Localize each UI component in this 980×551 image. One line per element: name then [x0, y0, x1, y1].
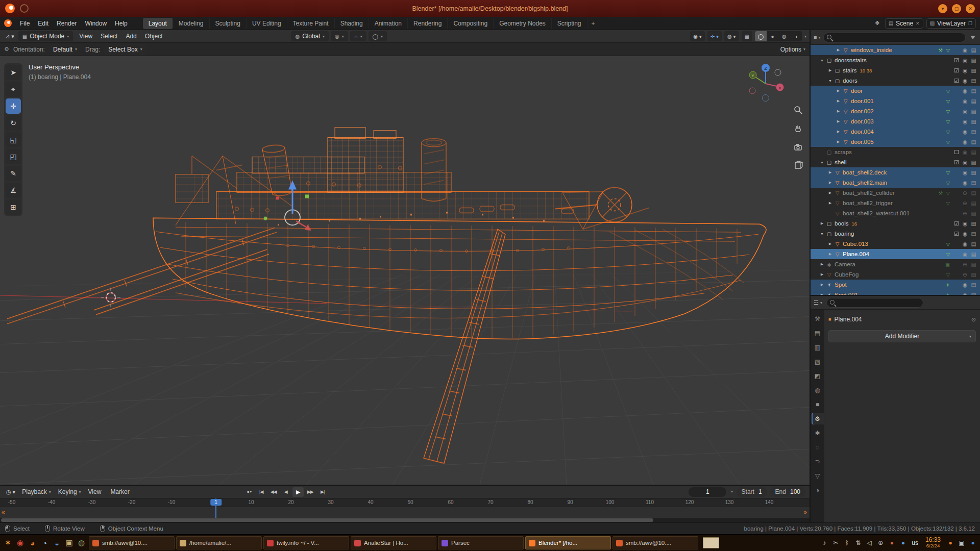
- zoom-icon[interactable]: [793, 105, 803, 115]
- chromium-icon[interactable]: ◔: [39, 537, 51, 549]
- expand-arrow-icon[interactable]: ▶: [827, 242, 834, 246]
- taskbar-window-button[interactable]: /home/amalie/...: [176, 536, 262, 549]
- outliner-row[interactable]: ▶ ▽ Plane.004 ▽ ◉ ▤: [811, 249, 980, 259]
- timeline-scrollbar-handle[interactable]: [1, 518, 653, 522]
- viewport-3d[interactable]: User Perspective (1) boaring | Plane.004…: [0, 56, 810, 485]
- ortho-toggle-icon[interactable]: [793, 160, 803, 170]
- workspace-tab[interactable]: Rendering: [408, 18, 448, 29]
- particles-tab[interactable]: ✱: [812, 427, 824, 439]
- hide-eye-icon[interactable]: ⊖: [961, 271, 969, 278]
- taskbar-window-button[interactable]: AnalieStar | Ho...: [351, 536, 436, 549]
- properties-editor-type-button[interactable]: ☲▾: [814, 299, 822, 306]
- scene-tab[interactable]: ◩: [812, 370, 824, 382]
- maximize-button[interactable]: ▢: [952, 4, 961, 13]
- expand-arrow-icon[interactable]: ▼: [819, 59, 825, 62]
- expand-arrow-icon[interactable]: ▶: [835, 89, 842, 93]
- hide-eye-icon[interactable]: ◉: [961, 78, 969, 84]
- shading-material-button[interactable]: ◍: [778, 31, 790, 41]
- outliner-row[interactable]: ▽ boat_shell2_watercut.001 ⊖ ▤: [811, 208, 980, 218]
- outliner-row[interactable]: ▶ ▽ door.002 ▽ ◉ ▤: [811, 106, 980, 116]
- selectability-filter[interactable]: ◉ ▾: [690, 31, 705, 41]
- orientation-default-dropdown[interactable]: Default▾: [49, 44, 81, 55]
- workspace-tab[interactable]: Scripting: [552, 18, 587, 29]
- firefox-icon[interactable]: ◕: [27, 537, 38, 549]
- xray-toggle[interactable]: ▦: [742, 31, 752, 41]
- material-tab[interactable]: ◑: [812, 484, 824, 496]
- disable-render-icon[interactable]: ▤: [969, 57, 978, 63]
- add-modifier-button[interactable]: Add Modifier ▾: [828, 330, 976, 342]
- viewport-menu-item[interactable]: Select: [96, 31, 121, 41]
- gizmos-toggle[interactable]: ✛ ▾: [707, 31, 722, 41]
- taskbar-window-button[interactable]: Parsec: [438, 536, 524, 549]
- disable-render-icon[interactable]: ▤: [969, 251, 978, 257]
- measure-tool[interactable]: ∡: [6, 183, 21, 198]
- outliner-search[interactable]: [823, 33, 966, 42]
- tool-tab[interactable]: ⚒: [812, 313, 824, 324]
- next-keyframe-button[interactable]: ▶▶: [305, 487, 316, 497]
- expand-arrow-icon[interactable]: ▶: [827, 191, 834, 195]
- hide-eye-icon[interactable]: ⊖: [961, 200, 969, 206]
- outliner-row[interactable]: ▶ ▽ Cube.013 ▽ ◉ ▤: [811, 239, 980, 249]
- expand-arrow-icon[interactable]: ▼: [819, 232, 825, 236]
- exclude-checkbox[interactable]: ☑: [952, 78, 961, 84]
- hide-eye-icon[interactable]: ◉: [961, 220, 969, 227]
- exclude-checkbox[interactable]: ☐: [952, 149, 961, 156]
- outliner-row[interactable]: ▶ ▽ boat_shell2_trigger ▽ ⊖ ▤: [811, 198, 980, 208]
- expand-arrow-icon[interactable]: ▶: [835, 109, 842, 113]
- disable-render-icon[interactable]: ▤: [969, 220, 978, 227]
- move-tool[interactable]: ✛: [6, 98, 21, 114]
- expand-arrow-icon[interactable]: ▶: [827, 170, 834, 174]
- disable-render-icon[interactable]: ▤: [969, 159, 978, 165]
- camera-view-icon[interactable]: [793, 142, 803, 152]
- options-dropdown[interactable]: Options▾: [780, 46, 805, 53]
- navigation-gizmo[interactable]: Z Y X: [744, 61, 787, 104]
- copy-viewlayer-icon[interactable]: ❐: [968, 21, 972, 26]
- disable-render-icon[interactable]: ▤: [969, 118, 978, 124]
- music-player-icon[interactable]: ♪: [819, 539, 829, 546]
- pivot-point-dropdown[interactable]: ◎ ▾: [331, 31, 348, 41]
- disable-render-icon[interactable]: ▤: [969, 180, 978, 186]
- overlays-toggle[interactable]: ◍ ▾: [724, 31, 739, 41]
- taskbar-window-button[interactable]: Blender* [/ho...: [525, 536, 611, 549]
- hide-eye-icon[interactable]: ◉: [961, 98, 969, 104]
- hide-eye-icon[interactable]: ◉: [961, 47, 969, 53]
- output-tab[interactable]: ▥: [812, 341, 824, 353]
- disable-render-icon[interactable]: ▤: [969, 98, 978, 104]
- preview-range-icon[interactable]: ◔: [729, 488, 733, 495]
- cursor-tool[interactable]: ⌖: [6, 82, 21, 97]
- expand-arrow-icon[interactable]: ▶: [835, 130, 842, 134]
- disable-render-icon[interactable]: ▤: [969, 139, 978, 145]
- messenger-status-icon[interactable]: ●: [898, 539, 908, 546]
- hide-eye-icon[interactable]: ◉: [961, 251, 969, 257]
- select-box-tool[interactable]: ➤: [6, 65, 21, 80]
- disable-render-icon[interactable]: ▤: [969, 190, 978, 196]
- disable-render-icon[interactable]: ▤: [969, 78, 978, 84]
- volume-icon[interactable]: ◁: [864, 539, 874, 546]
- hide-eye-icon[interactable]: ⊖: [961, 190, 969, 196]
- expand-arrow-icon[interactable]: ▼: [819, 161, 825, 164]
- constraints-tab[interactable]: ⊃: [812, 456, 824, 467]
- close-button[interactable]: ✕: [966, 4, 975, 13]
- physics-tab[interactable]: ◌: [812, 441, 824, 453]
- hide-eye-icon[interactable]: ◉: [961, 139, 969, 145]
- menu-item[interactable]: Render: [53, 18, 81, 29]
- hide-eye-icon[interactable]: ◉: [961, 57, 969, 63]
- outliner-row[interactable]: ▶ ▽ windows_inside ⚒ ▽ ◉ ▤: [811, 45, 980, 55]
- expand-arrow-icon[interactable]: ▶: [827, 201, 834, 205]
- disable-render-icon[interactable]: ▤: [969, 108, 978, 114]
- play-button[interactable]: ▶: [292, 487, 304, 497]
- disable-render-icon[interactable]: ▤: [969, 149, 978, 155]
- disable-render-icon[interactable]: ▤: [969, 261, 978, 267]
- hide-eye-icon[interactable]: ⊖: [961, 261, 969, 267]
- exclude-checkbox[interactable]: ☑: [952, 57, 961, 64]
- outliner-row[interactable]: ▶ ▽ door.003 ▽ ◉ ▤: [811, 116, 980, 127]
- outliner-row[interactable]: ▶ ▽ door ▽ ◉ ▤: [811, 86, 980, 96]
- timeline-menu-item[interactable]: View: [85, 487, 107, 497]
- expand-arrow-icon[interactable]: ▶: [835, 48, 842, 52]
- window-menu-button[interactable]: [20, 4, 29, 13]
- shading-rendered-button[interactable]: ◑: [790, 31, 802, 41]
- viewlayer-selector[interactable]: ▧ ViewLayer ❐: [926, 18, 976, 29]
- drag-action-dropdown[interactable]: Select Box▾: [104, 44, 146, 55]
- auto-keying-toggle[interactable]: ● ▾: [243, 487, 255, 497]
- mail-icon[interactable]: ◒: [51, 537, 63, 549]
